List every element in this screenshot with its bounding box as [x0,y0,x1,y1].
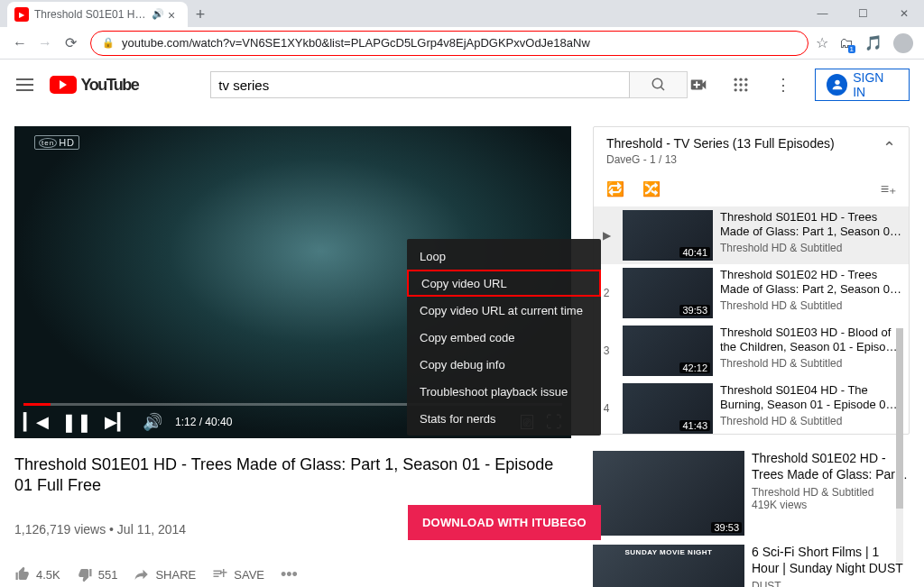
ctx-copy-video-url-at-current-time[interactable]: Copy video URL at current time [407,297,601,324]
playlist-item[interactable]: 4 41:43 Threshold S01E04 HD - The Burnin… [594,380,909,434]
tab-title: Threshold S01E01 HD - Tr [34,8,152,21]
playlist-item-title: Threshold S01E02 HD - Trees Made of Glas… [720,268,901,298]
loop-button[interactable]: 🔁 [606,180,624,197]
apps-button[interactable] [730,74,751,96]
dislike-button[interactable]: 551 [77,566,118,582]
like-button[interactable]: 4.5K [14,566,60,582]
ctx-copy-debug-info[interactable]: Copy debug info [407,351,601,378]
svg-point-10 [744,88,747,91]
url-input[interactable]: 🔒 youtube.com/watch?v=VN6SE1XYkb0&list=P… [90,31,808,56]
playlist-sub: DaveG - 1 / 13 [606,153,896,166]
svg-point-4 [744,78,747,81]
address-bar: ← → ⟳ 🔒 youtube.com/watch?v=VN6SE1XYkb0&… [0,27,924,60]
playlist-title: Threshold - TV Series (13 Full Episodes) [606,136,896,151]
settings-button[interactable]: ⋮ [772,74,793,96]
duration-badge: 41:43 [679,420,710,431]
suggested-channel: DUST [752,580,910,587]
create-button[interactable] [688,74,708,96]
svg-point-5 [734,83,736,86]
share-button[interactable]: SHARE [134,566,196,582]
suggested-item[interactable]: SUNDAY MOVIE NIGHT 6 Sci-Fi Short Films … [593,545,910,587]
back-button[interactable]: ← [7,31,32,56]
download-button[interactable]: DOWNLOAD WITH ITUBEGO [408,505,601,540]
duration-badge: 39:53 [679,305,710,316]
more-button[interactable]: ••• [281,565,298,584]
browser-tab[interactable]: Threshold S01E01 HD - Tr 🔊 × [7,2,188,27]
window-controls: — ☐ ✕ [802,0,924,27]
share-icon [134,566,150,582]
youtube-logo-text: YouTube [80,76,138,95]
shuffle-button[interactable]: 🔀 [642,180,661,197]
close-tab-button[interactable]: × [168,8,180,21]
menu-button[interactable] [14,74,35,96]
youtube-favicon [14,7,29,22]
ctx-copy-embed-code[interactable]: Copy embed code [407,324,601,351]
suggested-thumb: 39:53 [593,451,744,536]
ctx-copy-video-url[interactable]: Copy video URL [407,270,601,297]
svg-point-3 [739,78,742,81]
playlist-scrollbar[interactable] [896,328,903,509]
maximize-button[interactable]: ☐ [843,0,883,27]
extension-icon[interactable]: 🗂1 [839,35,854,51]
media-icon[interactable]: 🎵 [864,34,882,51]
audio-icon[interactable]: 🔊 [152,8,164,21]
profile-icon[interactable] [893,33,913,53]
close-window-button[interactable]: ✕ [883,0,924,27]
playlist-thumb: 42:12 [623,326,713,376]
reload-button[interactable]: ⟳ [58,31,83,56]
person-icon [827,74,847,96]
forward-button[interactable]: → [32,31,58,56]
lock-icon: 🔒 [102,37,115,49]
save-button[interactable]: SAVE [212,566,264,582]
channel-watermark: tenHD [34,135,79,150]
playlist-item-title: Threshold S01E04 HD - The Burning, Seaso… [720,383,901,413]
volume-button[interactable]: 🔊 [143,412,162,432]
minimize-button[interactable]: — [802,0,843,27]
playlist-item[interactable]: 2 39:53 Threshold S01E02 HD - Trees Made… [594,264,909,322]
ctx-stats-for-nerds[interactable]: Stats for nerds [407,405,601,432]
browser-tab-strip: Threshold S01E01 HD - Tr 🔊 × + — ☐ ✕ [0,0,924,27]
star-icon[interactable]: ☆ [816,34,828,51]
svg-point-6 [739,83,742,86]
suggested-thumb: SUNDAY MOVIE NIGHT [593,545,744,587]
previous-button[interactable]: ▎◀ [23,412,49,432]
url-text: youtube.com/watch?v=VN6SE1XYkb0&list=PLA… [122,36,590,50]
search-input[interactable] [210,71,630,98]
signin-button[interactable]: SIGN IN [815,69,910,101]
playlist-item-title: Threshold S01E03 HD - Blood of the Child… [720,326,901,355]
suggested-title: 6 Sci-Fi Short Films | 1 Hour | Sunday N… [752,545,910,576]
suggested-meta: 419K views [752,499,910,511]
playlist-item[interactable]: ▶ 40:41 Threshold S01E01 HD - Trees Made… [594,206,909,264]
thumb-overlay: SUNDAY MOVIE NIGHT [593,548,744,556]
new-tab-button[interactable]: + [188,2,213,27]
playlist-panel: Threshold - TV Series (13 Full Episodes)… [593,126,910,435]
signin-label: SIGN IN [853,70,898,99]
playlist-item-title: Threshold S01E01 HD - Trees Made of Glas… [720,210,901,240]
duration-badge: 42:12 [679,362,710,373]
next-button[interactable]: ▶▎ [105,412,130,432]
time-display: 1:12 / 40:40 [175,416,232,428]
playlist-thumb: 41:43 [623,383,713,434]
suggested-item[interactable]: 39:53 Threshold S01E02 HD - Trees Made o… [593,451,910,536]
youtube-logo-icon [50,76,77,94]
youtube-logo[interactable]: YouTube [50,76,138,95]
pause-button[interactable]: ❚❚ [61,411,92,433]
collapse-button[interactable]: ⌃ [882,138,896,158]
playlist-thumb: 39:53 [623,268,713,318]
ctx-loop[interactable]: Loop [407,243,601,270]
save-playlist-button[interactable]: ≡₊ [881,180,896,197]
action-row: 4.5K 551 SHARE SAVE ••• [14,565,571,584]
search-button[interactable] [630,71,688,98]
playlist-item[interactable]: 3 42:12 Threshold S01E03 HD - Blood of t… [594,322,909,380]
playlist-item-channel: Threshold HD & Subtitled [720,299,901,312]
duration-badge: 39:53 [711,522,742,533]
playlist-thumb: 40:41 [623,210,713,261]
playlist-item-channel: Threshold HD & Subtitled [720,415,901,427]
suggested-title: Threshold S01E02 HD - Trees Made of Glas… [752,451,910,482]
suggested-channel: Threshold HD & Subtitled [752,486,910,499]
youtube-header: YouTube ⋮ SIGN IN [0,60,924,110]
ctx-troubleshoot-playback-issue[interactable]: Troubleshoot playback issue [407,378,601,405]
video-title: Threshold S01E01 HD - Trees Made of Glas… [14,454,571,497]
thumb-down-icon [77,566,93,582]
svg-point-8 [734,88,736,91]
